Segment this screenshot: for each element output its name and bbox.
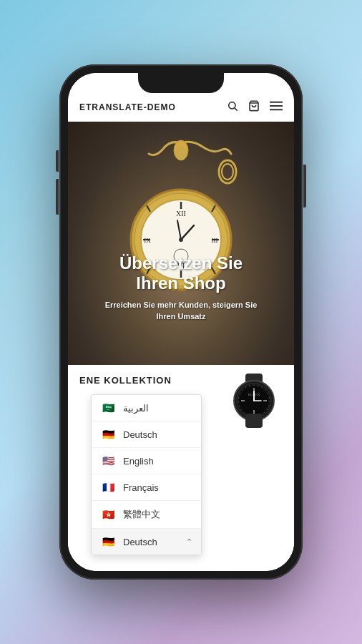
- chinese-flag: 🇭🇰: [100, 509, 116, 520]
- language-dropdown[interactable]: 🇸🇦 العربية 🇩🇪 Deutsch 🇺🇸 English 🇫🇷 Fra: [91, 394, 202, 555]
- search-icon[interactable]: [227, 100, 238, 114]
- svg-rect-41: [245, 414, 263, 428]
- english-label: English: [123, 456, 192, 467]
- lang-item-arabic[interactable]: 🇸🇦 العربية: [92, 395, 201, 421]
- deutsch-label: Deutsch: [123, 429, 192, 440]
- watch-thumbnail: ROLEX: [225, 372, 283, 432]
- svg-point-0: [229, 102, 235, 109]
- lang-item-chinese[interactable]: 🇭🇰 繁體中文: [92, 501, 201, 529]
- lang-item-english[interactable]: 🇺🇸 English: [92, 448, 201, 474]
- power-button: [303, 165, 306, 208]
- hero-section: XII III VI IX Übersetzen SieI: [68, 122, 294, 365]
- svg-point-25: [179, 238, 183, 242]
- svg-line-1: [235, 108, 238, 111]
- chevron-up-icon: ⌃: [186, 537, 192, 547]
- svg-text:IX: IX: [144, 237, 151, 244]
- site-logo: ETRANSLATE-DEMO: [79, 102, 176, 112]
- notch: [138, 73, 224, 93]
- arabic-flag: 🇸🇦: [100, 402, 116, 414]
- english-flag: 🇺🇸: [100, 455, 116, 467]
- phone-frame: ETRANSLATE-DEMO: [59, 64, 303, 580]
- volume-down-button: [56, 179, 59, 215]
- svg-point-28: [222, 164, 233, 180]
- collection-header: ENE KOLLEKTION R: [68, 365, 294, 391]
- lang-item-french[interactable]: 🇫🇷 Français: [92, 474, 201, 501]
- hero-subtitle: Erreichen Sie mehr Kunden, steigern SieI…: [82, 300, 280, 322]
- arabic-label: العربية: [123, 403, 192, 414]
- deutsch-flag: 🇩🇪: [100, 429, 116, 440]
- hero-text-block: Übersetzen SieIhren Shop Erreichen Sie m…: [68, 253, 294, 322]
- menu-icon[interactable]: [270, 100, 283, 114]
- hero-title: Übersetzen SieIhren Shop: [82, 253, 280, 295]
- svg-text:XII: XII: [176, 210, 186, 218]
- screen-bottom: ENE KOLLEKTION R: [68, 365, 294, 571]
- rolex-watch-svg: ROLEX: [225, 372, 283, 429]
- chinese-label: 繁體中文: [123, 508, 192, 521]
- collection-title: ENE KOLLEKTION: [79, 375, 172, 386]
- volume-up-button: [56, 150, 59, 172]
- screen-content: ETRANSLATE-DEMO: [68, 73, 294, 571]
- french-label: Français: [123, 482, 192, 493]
- svg-point-7: [175, 146, 187, 160]
- deutsch2-flag: 🇩🇪: [100, 536, 116, 547]
- lang-item-deutsch-selected[interactable]: 🇩🇪 Deutsch ⌃: [92, 529, 201, 555]
- svg-text:III: III: [212, 237, 218, 244]
- lang-item-deutsch[interactable]: 🇩🇪 Deutsch: [92, 421, 201, 448]
- deutsch2-label: Deutsch: [123, 537, 179, 547]
- header-icons: [227, 100, 283, 114]
- french-flag: 🇫🇷: [100, 482, 116, 493]
- bag-icon[interactable]: [248, 100, 260, 114]
- phone-screen: ETRANSLATE-DEMO: [68, 73, 294, 571]
